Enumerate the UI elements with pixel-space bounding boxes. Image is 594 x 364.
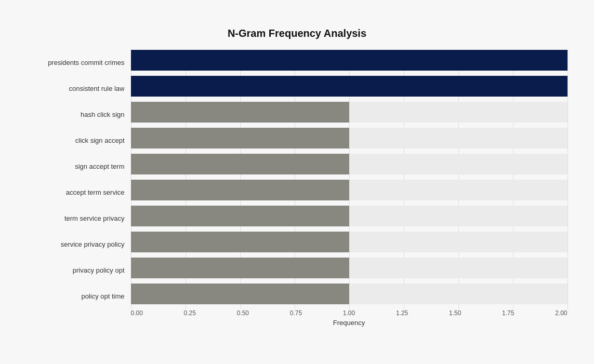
x-tick: 0.50 [237,309,249,317]
bar-fill [131,102,349,123]
grid-line [567,50,568,309]
x-tick: 0.75 [290,309,302,317]
bar-fill [131,258,349,278]
bar-track [131,50,567,71]
bar-fill [131,76,567,97]
bar-label: sign accept term [27,154,131,180]
bar-track [131,102,567,123]
bar-track [131,180,567,200]
x-tick: 1.75 [502,309,514,317]
label-column: presidents commit crimesconsistent rule … [27,50,131,309]
x-tick: 0.25 [184,309,196,317]
bar-fill [131,206,349,226]
x-tick: 1.00 [343,309,355,317]
x-tick: 0.00 [131,309,143,317]
bar-track [131,128,567,149]
bar-fill [131,50,567,71]
x-ticks: 0.000.250.500.751.001.251.501.752.00 [131,309,567,317]
bar-label: presidents commit crimes [27,50,131,76]
bar-track [131,206,567,226]
bar-track [131,258,567,278]
bar-fill [131,180,349,200]
bar-fill [131,128,349,149]
chart-title: N-Gram Frequency Analysis [27,28,567,39]
x-axis-label: Frequency [131,319,567,327]
bar-track [131,232,567,252]
x-tick: 1.25 [396,309,408,317]
bar-fill [131,154,349,174]
rows-wrapper: presidents commit crimesconsistent rule … [27,50,567,304]
bar-label: term service privacy [27,206,131,232]
bar-label: policy opt time [27,284,131,309]
bar-label: privacy policy opt [27,258,131,284]
bar-label: hash click sign [27,102,131,128]
chart-body [131,50,567,304]
chart-container: N-Gram Frequency Analysis presidents com… [11,17,583,347]
bar-label: accept term service [27,180,131,206]
bar-label: click sign accept [27,128,131,154]
bar-track [131,154,567,174]
x-axis: 0.000.250.500.751.001.251.501.752.00 [131,309,567,317]
bar-fill [131,284,349,304]
bar-fill [131,232,349,252]
bar-track [131,76,567,97]
x-tick: 1.50 [449,309,461,317]
bar-label: service privacy policy [27,232,131,258]
x-tick: 2.00 [555,309,567,317]
bar-track [131,284,567,304]
bar-label: consistent rule law [27,76,131,102]
